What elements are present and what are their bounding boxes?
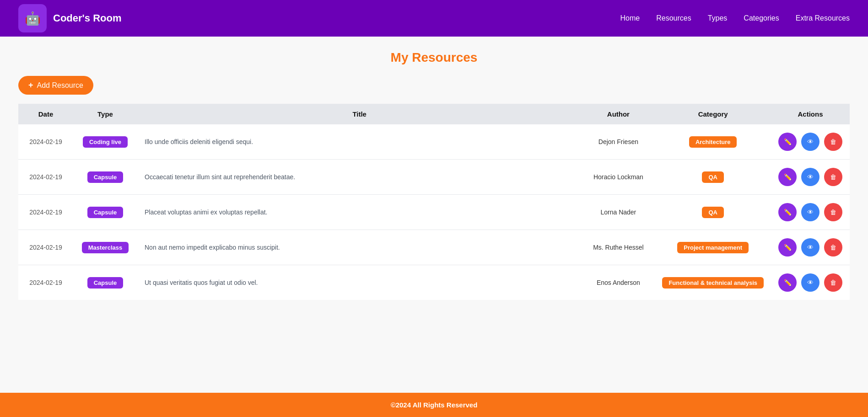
cell-date: 2024-02-19 — [18, 124, 73, 160]
cell-date: 2024-02-19 — [18, 265, 73, 300]
resources-table: Date Type Title Author Category Actions … — [18, 104, 850, 300]
add-resource-button[interactable]: + Add Resource — [18, 76, 93, 95]
cell-actions: ✏️👁🗑 — [771, 265, 850, 300]
cell-category: QA — [655, 160, 771, 195]
delete-button[interactable]: 🗑 — [824, 203, 842, 221]
cell-type: Capsule — [73, 160, 137, 195]
table-header: Date Type Title Author Category Actions — [18, 104, 850, 124]
actions-container: ✏️👁🗑 — [778, 168, 842, 186]
cell-author: Enos Anderson — [582, 265, 655, 300]
cell-title: Illo unde officiis deleniti eligendi seq… — [137, 124, 582, 160]
header-brand: 🤖 Coder's Room — [18, 4, 121, 32]
edit-button[interactable]: ✏️ — [778, 133, 797, 151]
delete-button[interactable]: 🗑 — [824, 273, 842, 292]
cell-title: Occaecati tenetur illum sint aut reprehe… — [137, 160, 582, 195]
cell-title: Non aut nemo impedit explicabo minus sus… — [137, 230, 582, 265]
cell-actions: ✏️👁🗑 — [771, 195, 850, 230]
nav-link-extra-resources[interactable]: Extra Resources — [796, 14, 850, 22]
actions-container: ✏️👁🗑 — [778, 273, 842, 292]
table-row: 2024-02-19CapsuleOccaecati tenetur illum… — [18, 160, 850, 195]
category-badge: QA — [702, 207, 724, 218]
category-badge: Project management — [677, 242, 749, 253]
type-badge: Capsule — [87, 207, 124, 218]
cell-type: Capsule — [73, 265, 137, 300]
site-title: Coder's Room — [53, 12, 121, 24]
cell-type: Masterclass — [73, 230, 137, 265]
cell-author: Horacio Lockman — [582, 160, 655, 195]
cell-actions: ✏️👁🗑 — [771, 160, 850, 195]
col-header-type: Type — [73, 104, 137, 124]
actions-container: ✏️👁🗑 — [778, 238, 842, 257]
cell-type: Coding live — [73, 124, 137, 160]
site-logo: 🤖 — [18, 4, 47, 32]
delete-button[interactable]: 🗑 — [824, 168, 842, 186]
main-content: My Resources + Add Resource Date Type Ti… — [0, 37, 868, 393]
cell-date: 2024-02-19 — [18, 230, 73, 265]
table-row: 2024-02-19Coding liveIllo unde officiis … — [18, 124, 850, 160]
table-row: 2024-02-19CapsulePlaceat voluptas animi … — [18, 195, 850, 230]
cell-date: 2024-02-19 — [18, 160, 73, 195]
edit-button[interactable]: ✏️ — [778, 203, 797, 221]
cell-category: Functional & technical analysis — [655, 265, 771, 300]
view-button[interactable]: 👁 — [801, 238, 819, 257]
cell-date: 2024-02-19 — [18, 195, 73, 230]
col-header-date: Date — [18, 104, 73, 124]
edit-button[interactable]: ✏️ — [778, 273, 797, 292]
main-nav: HomeResourcesTypesCategoriesExtra Resour… — [620, 14, 850, 22]
nav-link-resources[interactable]: Resources — [656, 14, 691, 22]
plus-icon: + — [28, 80, 33, 90]
nav-link-categories[interactable]: Categories — [744, 14, 779, 22]
cell-actions: ✏️👁🗑 — [771, 124, 850, 160]
col-header-author: Author — [582, 104, 655, 124]
add-resource-label: Add Resource — [37, 81, 83, 90]
type-badge: Capsule — [87, 277, 124, 289]
delete-button[interactable]: 🗑 — [824, 133, 842, 151]
view-button[interactable]: 👁 — [801, 168, 819, 186]
type-badge: Capsule — [87, 171, 124, 183]
category-badge: QA — [702, 171, 724, 183]
table-body: 2024-02-19Coding liveIllo unde officiis … — [18, 124, 850, 300]
col-header-title: Title — [137, 104, 582, 124]
edit-button[interactable]: ✏️ — [778, 238, 797, 257]
view-button[interactable]: 👁 — [801, 203, 819, 221]
cell-title: Ut quasi veritatis quos fugiat ut odio v… — [137, 265, 582, 300]
actions-container: ✏️👁🗑 — [778, 203, 842, 221]
view-button[interactable]: 👁 — [801, 133, 819, 151]
cell-author: Ms. Ruthe Hessel — [582, 230, 655, 265]
nav-link-home[interactable]: Home — [620, 14, 640, 22]
cell-category: Project management — [655, 230, 771, 265]
cell-author: Lorna Nader — [582, 195, 655, 230]
cell-category: Architecture — [655, 124, 771, 160]
cell-author: Dejon Friesen — [582, 124, 655, 160]
col-header-category: Category — [655, 104, 771, 124]
category-badge: Architecture — [689, 136, 737, 148]
type-badge: Masterclass — [82, 242, 129, 253]
actions-container: ✏️👁🗑 — [778, 133, 842, 151]
type-badge: Coding live — [83, 136, 128, 148]
logo-icon: 🤖 — [25, 11, 41, 26]
cell-type: Capsule — [73, 195, 137, 230]
site-footer: ©2024 All Rights Reserved — [0, 393, 868, 417]
footer-text: ©2024 All Rights Reserved — [391, 401, 478, 409]
view-button[interactable]: 👁 — [801, 273, 819, 292]
site-header: 🤖 Coder's Room HomeResourcesTypesCategor… — [0, 0, 868, 37]
cell-category: QA — [655, 195, 771, 230]
col-header-actions: Actions — [771, 104, 850, 124]
category-badge: Functional & technical analysis — [662, 277, 764, 289]
cell-title: Placeat voluptas animi ex voluptas repel… — [137, 195, 582, 230]
delete-button[interactable]: 🗑 — [824, 238, 842, 257]
page-title: My Resources — [18, 50, 850, 65]
table-row: 2024-02-19MasterclassNon aut nemo impedi… — [18, 230, 850, 265]
nav-link-types[interactable]: Types — [708, 14, 728, 22]
cell-actions: ✏️👁🗑 — [771, 230, 850, 265]
edit-button[interactable]: ✏️ — [778, 168, 797, 186]
table-row: 2024-02-19CapsuleUt quasi veritatis quos… — [18, 265, 850, 300]
